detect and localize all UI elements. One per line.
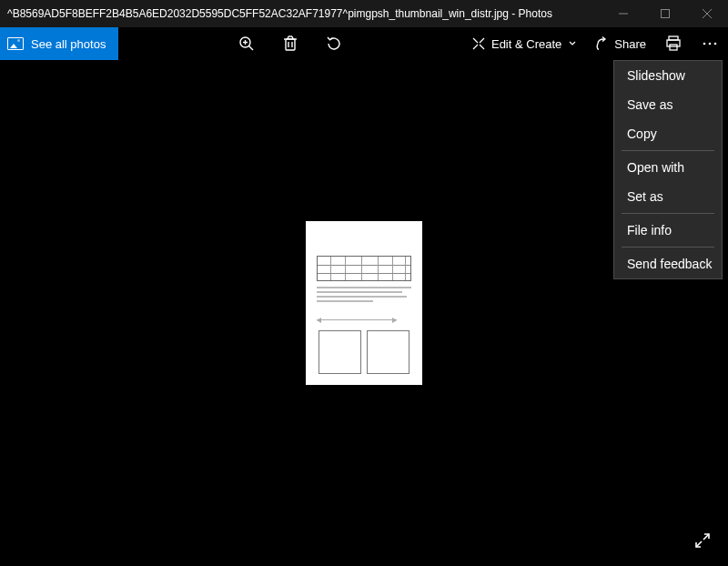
- photo-content: [306, 221, 422, 385]
- menu-item-file-info[interactable]: File info: [614, 216, 722, 245]
- window-controls: [602, 0, 728, 27]
- menu-separator: [622, 150, 714, 151]
- svg-line-26: [703, 534, 709, 540]
- svg-rect-21: [670, 45, 677, 50]
- menu-item-send-feedback[interactable]: Send feedback: [614, 249, 722, 278]
- svg-line-5: [249, 46, 254, 51]
- menu-separator: [622, 247, 714, 248]
- svg-line-18: [480, 45, 484, 49]
- svg-point-23: [709, 43, 712, 45]
- more-icon: [702, 42, 718, 45]
- print-icon: [665, 35, 682, 52]
- minimize-button[interactable]: [602, 0, 644, 27]
- center-tools: [225, 27, 356, 60]
- edit-and-create-button[interactable]: Edit & Create: [462, 27, 585, 60]
- menu-item-slideshow[interactable]: Slideshow: [614, 61, 722, 90]
- menu-item-copy[interactable]: Copy: [614, 119, 722, 148]
- maximize-button[interactable]: [644, 0, 686, 27]
- fullscreen-button[interactable]: [690, 528, 715, 553]
- edit-create-label: Edit & Create: [491, 37, 561, 51]
- titlebar: ^B8569AD5F8BEFF2B4B5A6ED2032D5595DC5FF52…: [0, 0, 728, 27]
- chevron-down-icon: [569, 40, 576, 47]
- collection-icon: [7, 37, 24, 50]
- app-toolbar: See all photos: [0, 27, 728, 60]
- svg-line-16: [480, 38, 484, 43]
- svg-rect-9: [286, 39, 295, 50]
- window-title: ^B8569AD5F8BEFF2B4B5A6ED2032D5595DC5FF52…: [0, 7, 602, 20]
- svg-line-15: [473, 45, 478, 49]
- edit-icon: [471, 36, 486, 51]
- svg-rect-20: [667, 40, 680, 46]
- menu-item-save-as[interactable]: Save as: [614, 90, 722, 119]
- fullscreen-icon: [693, 531, 712, 550]
- see-all-photos-button[interactable]: See all photos: [0, 27, 118, 60]
- menu-separator: [622, 213, 714, 214]
- svg-point-22: [703, 43, 706, 45]
- more-menu: Slideshow Save as Copy Open with Set as …: [613, 60, 723, 279]
- share-icon: [594, 36, 609, 51]
- svg-rect-1: [662, 10, 670, 18]
- svg-line-12: [288, 36, 288, 39]
- share-label: Share: [614, 37, 646, 51]
- delete-button[interactable]: [268, 27, 312, 60]
- svg-line-13: [292, 36, 293, 39]
- svg-line-17: [473, 38, 478, 43]
- print-button[interactable]: [655, 27, 692, 60]
- menu-item-open-with[interactable]: Open with: [614, 153, 722, 182]
- close-button[interactable]: [686, 0, 728, 27]
- see-all-label: See all photos: [31, 37, 106, 51]
- document-scan-drawing: [313, 230, 415, 378]
- photos-app-window: ^B8569AD5F8BEFF2B4B5A6ED2032D5595DC5FF52…: [0, 0, 728, 566]
- right-tools: Edit & Create Share: [462, 27, 728, 60]
- more-button[interactable]: [692, 27, 728, 60]
- svg-line-25: [696, 541, 702, 547]
- svg-point-24: [714, 43, 717, 45]
- rotate-button[interactable]: [312, 27, 356, 60]
- zoom-button[interactable]: [225, 27, 268, 60]
- share-button[interactable]: Share: [585, 27, 655, 60]
- menu-item-set-as[interactable]: Set as: [614, 182, 722, 211]
